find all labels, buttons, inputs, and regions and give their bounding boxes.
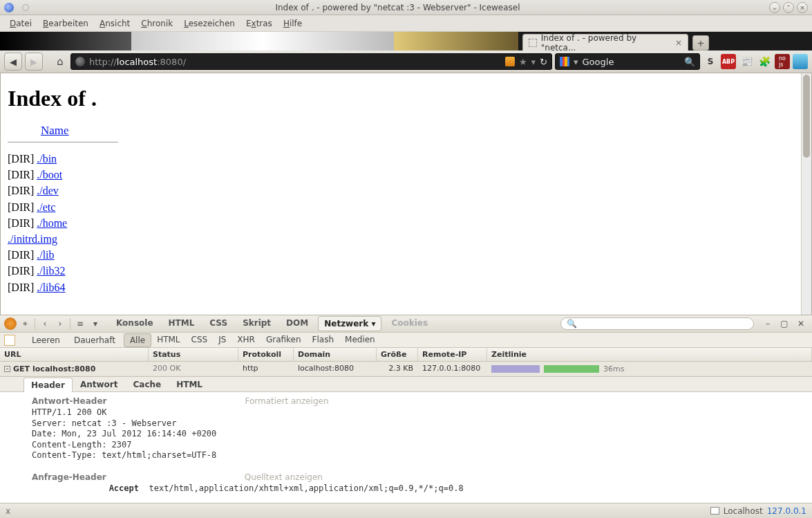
filter-medien[interactable]: Medien xyxy=(339,333,381,347)
search-icon[interactable]: 🔍 xyxy=(684,57,695,67)
persist-button[interactable]: Dauerhaft xyxy=(68,334,121,346)
menu-chronik[interactable]: Chronik xyxy=(137,17,177,30)
firebug-icon[interactable] xyxy=(4,317,17,330)
col-timeline[interactable]: Zeitlinie xyxy=(487,348,812,361)
dropdown-icon[interactable]: ▾ xyxy=(574,57,578,67)
search-box[interactable]: ▾ Google 🔍 xyxy=(555,53,700,70)
forward-button[interactable]: ▶ xyxy=(25,53,43,71)
dir-link[interactable]: ./lib xyxy=(37,249,54,261)
window-maximize-button[interactable]: ⌃ xyxy=(783,2,794,13)
filter-js[interactable]: JS xyxy=(213,333,232,347)
dir-link[interactable]: ./dev xyxy=(37,185,59,196)
browser-tab-active[interactable]: Index of . - powered by "netca... × xyxy=(522,34,688,50)
col-url[interactable]: URL xyxy=(0,348,149,361)
tabstrip-gradient-left xyxy=(0,32,131,50)
col-protocol[interactable]: Protokoll xyxy=(238,348,294,361)
menu-hilfe[interactable]: Hilfe xyxy=(279,17,306,30)
status-text: 200 OK xyxy=(153,364,180,373)
response-header-hint[interactable]: Formatiert anzeigen xyxy=(245,396,328,406)
inspect-button[interactable]: ⌖ xyxy=(18,317,32,330)
window-close-button[interactable]: × xyxy=(797,2,808,13)
tab-close-button[interactable]: × xyxy=(675,38,682,48)
dir-type-label: [DIR] xyxy=(8,201,37,213)
menu-ansicht[interactable]: Ansicht xyxy=(95,17,134,30)
statusbar-close-button[interactable]: x xyxy=(6,506,10,516)
xhr-toggle-icon[interactable] xyxy=(4,335,15,346)
col-size[interactable]: Größe xyxy=(377,348,418,361)
url-bar[interactable]: http://localhost:8080/ ★ ▾ ↻ xyxy=(70,53,552,70)
dir-link[interactable]: ./home xyxy=(37,217,67,229)
filter-flash[interactable]: Flash xyxy=(307,333,339,347)
panel-tab-netzwerk[interactable]: Netzwerk ▾ xyxy=(318,316,381,331)
collapse-toggle[interactable]: – xyxy=(4,366,10,372)
new-tab-button[interactable]: + xyxy=(692,35,709,50)
feed-icon[interactable] xyxy=(505,57,515,66)
noscript-icon[interactable]: nojs xyxy=(775,54,790,69)
dir-link[interactable]: ./bin xyxy=(37,153,57,165)
scriptish-icon[interactable]: S xyxy=(703,54,718,69)
devtools-search-input[interactable]: 🔍 xyxy=(560,317,754,330)
history-back-button[interactable]: ‹ xyxy=(38,317,52,330)
filter-grafiken[interactable]: Grafiken xyxy=(261,333,307,347)
detail-tab-header[interactable]: Header xyxy=(23,378,73,392)
request-header-hint[interactable]: Quelltext anzeigen xyxy=(245,472,323,482)
panel-tab-skript[interactable]: Skript xyxy=(237,316,276,331)
reload-icon[interactable]: ↻ xyxy=(540,57,547,67)
options-button[interactable]: ≡ xyxy=(73,317,87,330)
detail-tab-html[interactable]: HTML xyxy=(169,377,210,391)
menu-extras[interactable]: Extras xyxy=(242,17,276,30)
menu-datei[interactable]: Datei xyxy=(6,17,36,30)
clear-button[interactable]: Leeren xyxy=(26,334,66,346)
url-text: http://localhost:8080/ xyxy=(89,57,186,67)
col-domain[interactable]: Domain xyxy=(294,348,377,361)
detail-tab-cache[interactable]: Cache xyxy=(126,377,169,391)
filter-alle[interactable]: Alle xyxy=(124,333,151,347)
search-engine-icon[interactable] xyxy=(560,57,569,66)
extension-icon-2[interactable]: 🧩 xyxy=(757,54,772,69)
options-dropdown[interactable]: ▾ xyxy=(88,317,102,330)
extension-icon-1[interactable]: 📰 xyxy=(739,54,754,69)
dir-link[interactable]: ./lib32 xyxy=(37,265,65,277)
back-button[interactable]: ◀ xyxy=(4,53,22,71)
panel-tab-cookies[interactable]: Cookies xyxy=(386,316,433,331)
dir-link[interactable]: ./lib64 xyxy=(37,281,65,293)
devtools-popout-button[interactable]: ▢ xyxy=(777,317,791,330)
col-status[interactable]: Status xyxy=(149,348,238,361)
filter-xhr[interactable]: XHR xyxy=(232,333,261,347)
devtools-top-toolbar: ⌖ ‹ › ≡ ▾ KonsoleHTMLCSSSkriptDOMNetzwer… xyxy=(0,315,812,333)
panel-tab-html[interactable]: HTML xyxy=(163,316,200,331)
netmon-icon[interactable] xyxy=(710,507,719,515)
panel-tab-konsole[interactable]: Konsole xyxy=(111,316,159,331)
network-request-row[interactable]: – GET localhost:8080 200 OK http localho… xyxy=(0,362,812,376)
panel-tab-css[interactable]: CSS xyxy=(204,316,233,331)
filter-css[interactable]: CSS xyxy=(186,333,214,347)
window-titlebar: Index of . - powered by "netcat :3 - Web… xyxy=(0,0,812,15)
adblock-icon[interactable]: ABP xyxy=(721,54,736,69)
scrollbar-thumb[interactable] xyxy=(803,75,810,158)
column-header-name[interactable]: Name xyxy=(41,124,804,138)
menu-lesezeichen[interactable]: Lesezeichen xyxy=(180,17,239,30)
panel-tab-dom[interactable]: DOM xyxy=(281,316,314,331)
devtools-minimize-button[interactable]: – xyxy=(761,317,775,330)
detail-tab-antwort[interactable]: Antwort xyxy=(73,377,126,391)
home-button[interactable]: ⌂ xyxy=(53,54,68,69)
window-minimize-button[interactable]: ⌄ xyxy=(769,2,780,13)
dir-link[interactable]: ./boot xyxy=(37,169,62,181)
tabstrip-gradient-right xyxy=(394,32,518,50)
bookmark-star-icon[interactable]: ★ xyxy=(519,57,527,67)
vertical-scrollbar[interactable] xyxy=(801,73,811,315)
dir-type-label: [DIR] xyxy=(8,153,37,165)
history-forward-button[interactable]: › xyxy=(53,317,67,330)
dir-link[interactable]: ./initrd.img xyxy=(8,233,57,245)
site-identity-icon[interactable] xyxy=(75,57,85,66)
page-viewport: Index of . Name [DIR] ./bin[DIR] ./boot[… xyxy=(0,73,812,315)
status-bar: x Localhost 127.0.0.1 xyxy=(0,503,812,518)
directory-listing: [DIR] ./bin[DIR] ./boot[DIR] ./dev[DIR] … xyxy=(8,151,804,295)
devtools-close-button[interactable]: ✕ xyxy=(794,317,808,330)
filter-html[interactable]: HTML xyxy=(151,333,185,347)
dropdown-icon[interactable]: ▾ xyxy=(531,57,536,67)
menu-bearbeiten[interactable]: Bearbeiten xyxy=(39,17,93,30)
col-remoteip[interactable]: Remote-IP xyxy=(418,348,487,361)
dir-link[interactable]: ./etc xyxy=(37,201,55,213)
extension-icon-3[interactable] xyxy=(793,54,808,69)
